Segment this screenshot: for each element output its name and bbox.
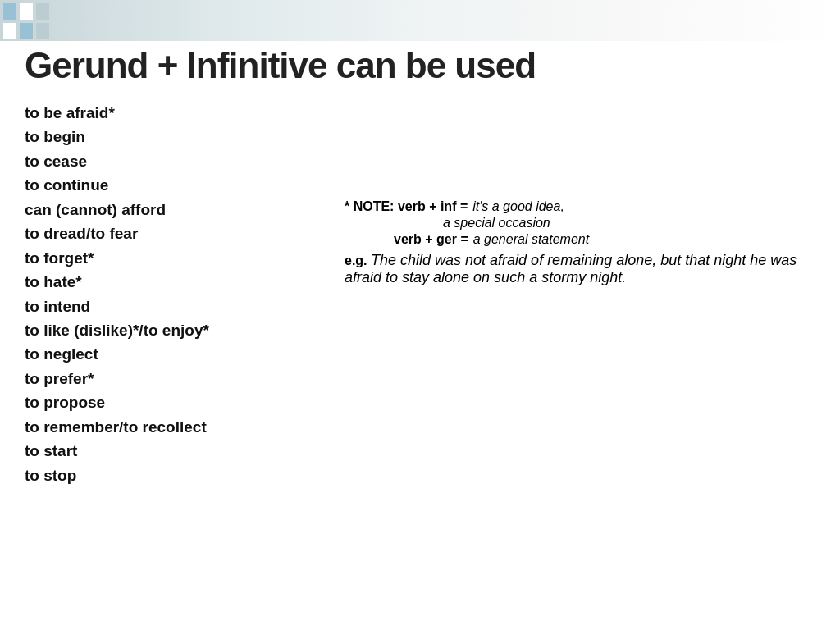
example-text: The child was not afraid of remaining al… xyxy=(345,252,797,285)
list-item: to hate* xyxy=(25,270,336,294)
list-item: to neglect xyxy=(25,342,336,366)
note-row-3: verb + ger = a general statement xyxy=(345,232,824,247)
deco-sq-5 xyxy=(20,23,33,39)
note-line2: a special occasion xyxy=(443,216,550,231)
example-label: e.g. xyxy=(345,253,368,267)
list-item: to cease xyxy=(25,149,336,173)
note-label: * NOTE: verb + inf = xyxy=(345,199,468,214)
list-item: to remember/to recollect xyxy=(25,415,336,439)
note-section: * NOTE: verb + inf = it's a good idea, a… xyxy=(336,101,824,286)
list-item: to start xyxy=(25,439,336,463)
list-item: to intend xyxy=(25,294,336,318)
decoration-squares xyxy=(0,0,49,41)
list-item: to like (dislike)*/to enjoy* xyxy=(25,318,336,342)
list-item: to be afraid* xyxy=(25,101,336,125)
top-decoration-bar xyxy=(0,0,840,41)
list-item: can (cannot) afford xyxy=(25,198,336,221)
content-area: to be afraid* to begin to cease to conti… xyxy=(25,101,824,487)
deco-sq-3 xyxy=(36,3,49,20)
example-section: e.g. The child was not afraid of remaini… xyxy=(345,252,824,286)
deco-sq-2 xyxy=(20,3,33,20)
page-title: Gerund + Infinitive can be used xyxy=(25,45,824,86)
deco-sq-4 xyxy=(3,23,16,39)
note-row-1: * NOTE: verb + inf = it's a good idea, xyxy=(345,199,824,214)
note-line1: it's a good idea, xyxy=(472,199,564,214)
list-item: to prefer* xyxy=(25,367,336,390)
verb-list: to be afraid* to begin to cease to conti… xyxy=(25,101,336,487)
deco-sq-6 xyxy=(36,23,49,39)
main-content: Gerund + Infinitive can be used to be af… xyxy=(25,45,824,614)
deco-sq-1 xyxy=(3,3,16,20)
verb-ger-italic: a general statement xyxy=(473,232,589,247)
list-item: to propose xyxy=(25,390,336,414)
verb-ger-label: verb + ger = xyxy=(394,232,468,247)
list-item: to stop xyxy=(25,463,336,487)
list-item: to begin xyxy=(25,125,336,148)
list-item: to continue xyxy=(25,173,336,197)
list-item: to forget* xyxy=(25,246,336,270)
note-row-2: a special occasion xyxy=(345,216,824,231)
list-item: to dread/to fear xyxy=(25,221,336,245)
